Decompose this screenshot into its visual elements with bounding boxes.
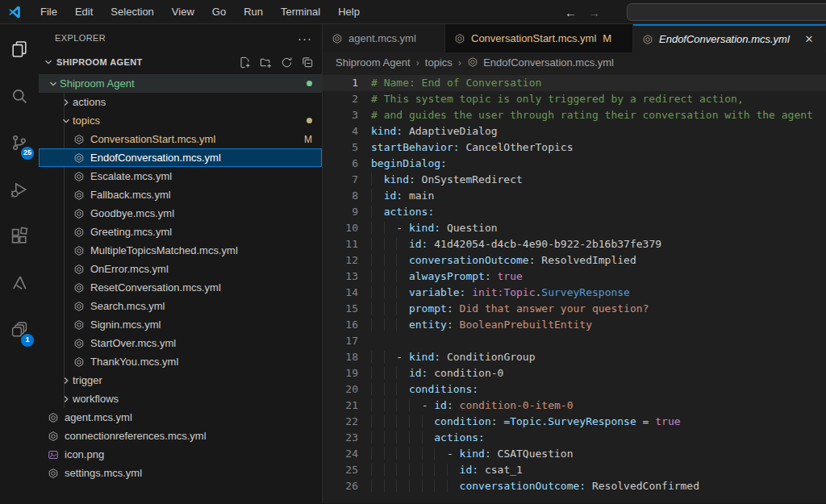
- activity-source-control-icon[interactable]: 25: [0, 124, 39, 161]
- tree-item-endofconversation-mcs-yml[interactable]: EndofConversation.mcs.yml: [39, 148, 322, 167]
- tree-item-workflows[interactable]: workflows: [39, 389, 322, 408]
- mcs-file-icon: [73, 244, 86, 257]
- tree-item-label: Search.mcs.yml: [90, 300, 165, 312]
- activity-search-icon[interactable]: [0, 77, 39, 115]
- tree-item-connectionreferences-mcs-yml[interactable]: connectionreferences.mcs.yml: [39, 427, 322, 445]
- line-number: 13: [323, 269, 371, 285]
- tree-item-onerror-mcs-yml[interactable]: OnError.mcs.yml: [39, 260, 322, 278]
- activity-run-and-debug-icon[interactable]: [0, 171, 39, 208]
- menu-file[interactable]: File: [31, 0, 66, 24]
- tree-item-actions[interactable]: actions: [39, 93, 322, 111]
- tree-item-greeting-mcs-yml[interactable]: Greeting.mcs.yml: [39, 223, 322, 241]
- tree-item-icon-png[interactable]: icon.png: [39, 445, 322, 464]
- mcs-file-icon: [73, 281, 86, 294]
- tab-label: ConversationStart.mcs.yml: [471, 32, 596, 44]
- more-actions-icon[interactable]: ···: [298, 31, 312, 45]
- file-tree: Shiproom AgentactionstopicsConversationS…: [39, 73, 322, 503]
- code-line-16: 16 entity: BooleanPrebuiltEntity: [323, 317, 826, 333]
- tree-item-resetconversation-mcs-yml[interactable]: ResetConversation.mcs.yml: [39, 278, 322, 297]
- line-content: startBehavior: CancelOtherTopics: [371, 140, 826, 156]
- activity-explorer-icon[interactable]: [0, 31, 39, 68]
- tab-label: agent.mcs.yml: [348, 32, 416, 44]
- breadcrumb[interactable]: Shiproom Agent›topics›EndofConversation.…: [323, 52, 826, 73]
- menu-bar: FileEditSelectionViewGoRunTerminalHelp: [31, 0, 369, 23]
- agents-toolkit-badge: 1: [21, 334, 34, 347]
- tree-item-label: trigger: [73, 374, 102, 386]
- command-center-search[interactable]: [627, 3, 826, 21]
- tree-item-fallback-mcs-yml[interactable]: Fallback.mcs.yml: [39, 185, 322, 204]
- code-line-10: 10 - kind: Question: [323, 220, 826, 236]
- tree-item-startover-mcs-yml[interactable]: StartOver.mcs.yml: [39, 334, 322, 352]
- tab-label: EndofConversation.mcs.yml: [659, 33, 790, 45]
- activity-azure-icon[interactable]: [0, 264, 39, 302]
- tree-item-settings-mcs-yml[interactable]: settings.mcs.yml: [39, 464, 322, 482]
- breadcrumb-item[interactable]: topics: [425, 56, 453, 69]
- line-number: 3: [323, 107, 371, 123]
- menu-selection[interactable]: Selection: [102, 0, 162, 24]
- chevron-right-icon: ›: [458, 56, 461, 69]
- tree-item-label: Escalate.mcs.yml: [90, 170, 172, 182]
- activity-agents-toolkit-icon[interactable]: 1: [0, 311, 39, 348]
- tree-item-escalate-mcs-yml[interactable]: Escalate.mcs.yml: [39, 167, 322, 185]
- mcs-file-icon: [467, 56, 479, 69]
- line-number: 6: [323, 156, 371, 172]
- explorer-section-header[interactable]: SHIPROOM AGENT: [39, 52, 322, 73]
- tree-item-goodbye-mcs-yml[interactable]: Goodbye.mcs.yml: [39, 204, 322, 223]
- tree-item-search-mcs-yml[interactable]: Search.mcs.yml: [39, 297, 322, 315]
- forward-arrow-icon[interactable]: →: [588, 6, 600, 19]
- menu-view[interactable]: View: [163, 0, 203, 24]
- tree-item-topics[interactable]: topics: [39, 111, 322, 130]
- menu-edit[interactable]: Edit: [66, 0, 102, 24]
- tree-item-label: ThankYou.mcs.yml: [90, 356, 178, 368]
- tab-conversationstart-mcs-yml[interactable]: ConversationStart.mcs.ymlM: [445, 24, 633, 52]
- breadcrumb-item[interactable]: Shiproom Agent: [336, 56, 411, 69]
- line-number: 11: [323, 236, 371, 252]
- line-content: variable: init:Topic.SurveyResponse: [371, 285, 826, 301]
- close-icon[interactable]: ✕: [801, 33, 817, 45]
- git-modified-badge: M: [304, 134, 312, 145]
- code-editor[interactable]: 1# Name: End of Conversation2# This syst…: [323, 73, 826, 503]
- collapse-all-icon[interactable]: [299, 54, 315, 70]
- vscode-logo-icon: [7, 5, 22, 19]
- mcs-file-icon: [73, 189, 86, 202]
- line-content: # Name: End of Conversation: [371, 75, 826, 91]
- tree-item-conversationstart-mcs-yml[interactable]: ConversationStart.mcs.ymlM: [39, 130, 322, 148]
- code-line-7: 7 kind: OnSystemRedirect: [323, 172, 826, 188]
- menu-go[interactable]: Go: [203, 0, 235, 24]
- code-line-8: 8 id: main: [323, 188, 826, 204]
- code-line-3: 3# and guides the user through rating th…: [323, 107, 826, 123]
- git-status-dot: [307, 118, 312, 123]
- mcs-file-icon: [73, 226, 86, 239]
- line-number: 16: [323, 317, 371, 333]
- tree-item-trigger[interactable]: trigger: [39, 371, 322, 389]
- code-line-12: 12 conversationOutcome: ResolvedImplied: [323, 252, 826, 269]
- mcs-file-icon: [453, 32, 466, 45]
- tree-item-thankyou-mcs-yml[interactable]: ThankYou.mcs.yml: [39, 352, 322, 371]
- new-file-icon[interactable]: [236, 54, 252, 70]
- tree-item-agent-mcs-yml[interactable]: agent.mcs.yml: [39, 408, 322, 427]
- line-content: beginDialog:: [371, 156, 826, 172]
- back-arrow-icon[interactable]: ←: [565, 6, 577, 19]
- menu-run[interactable]: Run: [235, 0, 272, 24]
- code-line-20: 20 conditions:: [323, 381, 826, 398]
- tree-item-multipletopicsmatched-mcs-yml[interactable]: MultipleTopicsMatched.mcs.yml: [39, 241, 322, 260]
- mcs-file-icon: [73, 207, 86, 220]
- refresh-icon[interactable]: [278, 54, 294, 70]
- activity-extensions-icon[interactable]: [0, 218, 39, 255]
- mcs-file-icon: [331, 32, 344, 45]
- tree-item-label: Shiproom Agent: [60, 77, 135, 90]
- menu-terminal[interactable]: Terminal: [272, 0, 329, 24]
- workspace-section-title: SHIPROOM AGENT: [56, 57, 143, 67]
- tab-agent-mcs-yml[interactable]: agent.mcs.yml: [323, 24, 445, 52]
- tab-endofconversation-mcs-yml[interactable]: EndofConversation.mcs.yml✕: [633, 24, 826, 52]
- line-content: actions:: [371, 430, 826, 446]
- menu-help[interactable]: Help: [329, 0, 369, 24]
- tree-item-signin-mcs-yml[interactable]: Signin.mcs.yml: [39, 315, 322, 334]
- code-line-1: 1# Name: End of Conversation: [323, 75, 826, 91]
- line-content: - kind: ConditionGroup: [371, 349, 826, 365]
- source-control-badge: 25: [21, 147, 34, 160]
- mcs-file-icon: [641, 33, 654, 46]
- new-folder-icon[interactable]: [257, 54, 273, 70]
- breadcrumb-item[interactable]: EndofConversation.mcs.yml: [483, 56, 614, 69]
- tree-item-shiproom-agent[interactable]: Shiproom Agent: [39, 74, 322, 93]
